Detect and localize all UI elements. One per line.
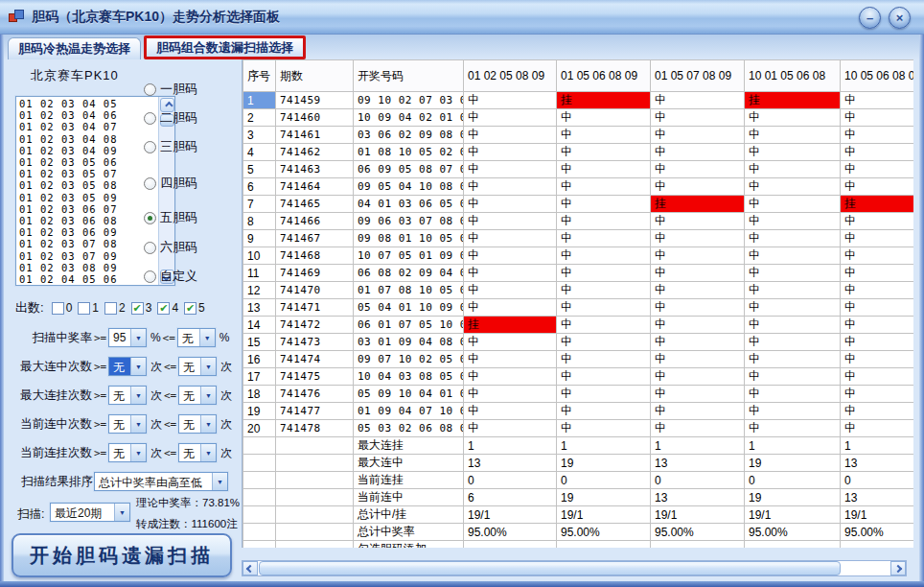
cell-draw-numbers[interactable]: 06 08 02 09 04 01 — [354, 265, 464, 282]
close-button[interactable]: × — [889, 7, 911, 29]
filter-2-min-dropdown[interactable]: 无▼ — [108, 357, 147, 376]
cell-draw-numbers[interactable]: 04 01 03 06 05 02 — [354, 196, 464, 213]
cell-result[interactable]: 中 — [841, 317, 914, 334]
cell-period[interactable]: 741461 — [276, 127, 354, 144]
cell-result[interactable]: 中 — [464, 92, 557, 109]
cell-index[interactable]: 5 — [243, 161, 276, 178]
cell-result[interactable]: 中 — [651, 213, 745, 230]
cell-result[interactable]: 中 — [557, 144, 651, 161]
chevron-down-icon[interactable]: ▼ — [200, 358, 216, 375]
scrollbar-track[interactable] — [258, 561, 890, 575]
cell-index[interactable]: 16 — [243, 351, 276, 368]
cell-result[interactable]: 中 — [557, 109, 651, 127]
cell-result[interactable]: 中 — [651, 127, 745, 144]
cell-result[interactable]: 挂 — [745, 92, 841, 109]
cell-result[interactable]: 中 — [841, 420, 914, 437]
cell-result[interactable]: 中 — [651, 265, 745, 282]
cell-result[interactable]: 挂 — [464, 317, 557, 334]
filter-5-min-dropdown[interactable]: 无▼ — [108, 443, 147, 462]
chevron-down-icon[interactable]: ▼ — [200, 415, 216, 433]
cell-draw-numbers[interactable]: 09 06 03 07 08 01 — [354, 213, 464, 230]
cell-result[interactable]: 中 — [464, 230, 557, 247]
minimize-button[interactable]: – — [859, 7, 881, 29]
cell-period[interactable]: 741463 — [276, 161, 354, 178]
cell-result[interactable]: 中 — [557, 368, 651, 386]
cell-period[interactable]: 741477 — [276, 403, 354, 420]
cell-period[interactable]: 741470 — [276, 282, 354, 299]
cell-result[interactable]: 中 — [651, 368, 745, 386]
cell-result[interactable]: 中 — [841, 386, 914, 403]
scroll-right-icon[interactable] — [890, 561, 906, 575]
checkbox-out-3[interactable]: ✔3 — [131, 301, 152, 315]
cell-period[interactable]: 741476 — [276, 386, 354, 403]
cell-index[interactable]: 8 — [243, 213, 276, 230]
cell-draw-numbers[interactable]: 01 07 08 10 05 04 — [354, 282, 464, 299]
chevron-down-icon[interactable]: ▼ — [130, 329, 146, 346]
cell-period[interactable]: 741468 — [276, 247, 354, 265]
cell-result[interactable]: 中 — [464, 403, 557, 420]
cell-draw-numbers[interactable]: 10 04 03 08 05 01 — [354, 368, 464, 386]
cell-result[interactable]: 中 — [464, 178, 557, 196]
cell-result[interactable]: 中 — [841, 351, 914, 368]
cell-period[interactable]: 741464 — [276, 178, 354, 196]
cell-draw-numbers[interactable]: 06 09 05 08 07 04 — [354, 161, 464, 178]
cell-draw-numbers[interactable]: 10 09 04 02 01 08 — [354, 109, 464, 127]
cell-result[interactable]: 中 — [745, 299, 841, 317]
filter-1-max-dropdown[interactable]: 无▼ — [177, 328, 216, 347]
cell-index[interactable]: 12 — [243, 282, 276, 299]
cell-result[interactable]: 中 — [745, 420, 841, 437]
cell-result[interactable]: 中 — [841, 161, 914, 178]
radio-自定义[interactable]: 自定义 — [144, 268, 197, 285]
scan-range-dropdown[interactable]: 最近20期 ▼ — [50, 503, 130, 522]
cell-result[interactable]: 中 — [745, 109, 841, 127]
cell-result[interactable]: 中 — [557, 386, 651, 403]
cell-index[interactable]: 4 — [243, 144, 276, 161]
chevron-down-icon[interactable]: ▼ — [130, 358, 146, 375]
chevron-down-icon[interactable]: ▼ — [130, 415, 146, 433]
cell-draw-numbers[interactable]: 10 07 05 01 09 06 — [354, 247, 464, 265]
cell-result[interactable]: 中 — [651, 386, 745, 403]
scroll-left-icon[interactable] — [243, 561, 258, 575]
checkbox-out-1[interactable]: 1 — [78, 301, 99, 315]
cell-result[interactable]: 中 — [841, 334, 914, 351]
cell-index[interactable]: 14 — [243, 317, 276, 334]
cell-result[interactable]: 中 — [841, 368, 914, 386]
tab-combo-miss-scan[interactable]: 胆码组合数遗漏扫描选择 — [144, 35, 306, 59]
cell-result[interactable]: 挂 — [557, 92, 651, 109]
combo-list-item[interactable]: 01 02 03 06 09 — [19, 226, 174, 238]
checkbox-out-0[interactable]: 0 — [52, 301, 73, 315]
cell-result[interactable]: 中 — [745, 213, 841, 230]
chevron-down-icon[interactable]: ▼ — [200, 444, 216, 461]
cell-index[interactable]: 17 — [243, 368, 276, 386]
sort-order-dropdown[interactable]: 总计中奖率由高至低 ▼ — [94, 472, 228, 491]
cell-result[interactable]: 中 — [557, 334, 651, 351]
cell-draw-numbers[interactable]: 05 04 01 10 09 06 — [354, 299, 464, 317]
cell-period[interactable]: 741478 — [276, 420, 354, 437]
radio-二胆码[interactable]: 二胆码 — [144, 109, 197, 127]
filter-2-max-dropdown[interactable]: 无▼ — [178, 357, 217, 376]
cell-result[interactable]: 中 — [841, 178, 914, 196]
cell-result[interactable]: 中 — [464, 334, 557, 351]
cell-result[interactable]: 挂 — [651, 196, 745, 213]
cell-index[interactable]: 3 — [243, 127, 276, 144]
cell-result[interactable]: 中 — [745, 196, 841, 213]
cell-result[interactable]: 中 — [464, 161, 557, 178]
cell-result[interactable]: 中 — [557, 403, 651, 420]
cell-result[interactable]: 中 — [557, 420, 651, 437]
cell-result[interactable]: 中 — [651, 351, 745, 368]
cell-result[interactable]: 中 — [464, 386, 557, 403]
radio-五胆码[interactable]: 五胆码 — [144, 209, 197, 226]
checkbox-out-4[interactable]: ✔4 — [157, 301, 178, 315]
cell-period[interactable]: 741460 — [276, 109, 354, 127]
cell-period[interactable]: 741471 — [276, 299, 354, 317]
cell-result[interactable]: 中 — [651, 420, 745, 437]
cell-period[interactable]: 741474 — [276, 351, 354, 368]
cell-result[interactable]: 中 — [464, 420, 557, 437]
combo-list-item[interactable]: 01 02 03 04 05 — [19, 98, 174, 109]
cell-period[interactable]: 741462 — [276, 144, 354, 161]
cell-result[interactable]: 中 — [745, 230, 841, 247]
cell-result[interactable]: 中 — [651, 230, 745, 247]
cell-result[interactable]: 中 — [464, 196, 557, 213]
cell-period[interactable]: 741472 — [276, 317, 354, 334]
cell-result[interactable]: 中 — [464, 144, 557, 161]
